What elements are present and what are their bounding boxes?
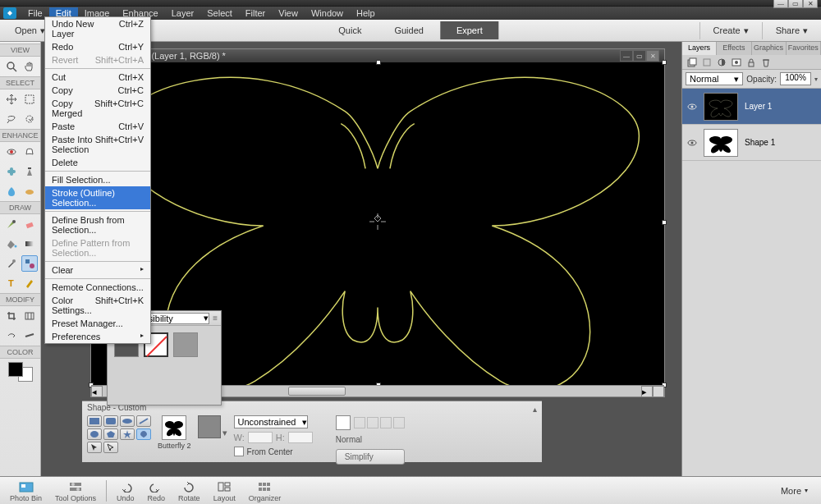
crop-tool[interactable] — [3, 308, 20, 324]
shape-ellipse-h[interactable] — [120, 415, 135, 427]
edit-menu-item[interactable]: Remote Connections... — [45, 281, 150, 294]
panel-menu-icon[interactable]: ≡ — [213, 314, 218, 323]
shape-star[interactable] — [120, 428, 135, 440]
photo-bin-button[interactable]: Photo Bin — [3, 479, 48, 502]
layer-row[interactable]: Layer 1 — [682, 89, 821, 125]
from-center-checkbox[interactable] — [234, 447, 244, 456]
combine-intersect[interactable] — [380, 417, 392, 428]
blur-tool[interactable] — [3, 183, 20, 199]
brush-tool[interactable] — [3, 216, 20, 232]
edit-menu-item[interactable]: Paste Into SelectionShift+Ctrl+V — [45, 133, 150, 156]
menu-filter[interactable]: Filter — [239, 7, 272, 19]
mode-expert[interactable]: Expert — [440, 21, 499, 39]
shape-select-tool[interactable] — [87, 442, 102, 453]
edit-menu-item[interactable]: CopyCtrl+C — [45, 84, 150, 97]
window-minimize[interactable]: — — [773, 0, 788, 8]
quick-select-tool[interactable] — [21, 111, 38, 127]
menu-window[interactable]: Window — [305, 7, 350, 19]
redo-button[interactable]: Redo — [141, 479, 172, 502]
combine-exclude[interactable] — [393, 417, 405, 428]
width-input[interactable] — [248, 432, 273, 443]
straighten-tool[interactable] — [21, 328, 38, 344]
mode-quick[interactable]: Quick — [322, 21, 378, 39]
more-button[interactable]: More▾ — [771, 486, 818, 496]
adjustment-layer-icon[interactable] — [715, 57, 728, 68]
content-move-tool[interactable] — [3, 328, 20, 344]
edit-menu-item[interactable]: PasteCtrl+V — [45, 120, 150, 133]
edit-menu-item[interactable]: Color Settings...Shift+Ctrl+K — [45, 294, 150, 317]
edit-menu-item[interactable]: Preferences▸ — [45, 330, 150, 343]
tool-options-button[interactable]: Tool Options — [48, 479, 103, 502]
share-button[interactable]: Share▾ — [762, 22, 821, 39]
shape-tool[interactable] — [21, 255, 38, 272]
layer-row[interactable]: Shape 1 — [682, 125, 821, 161]
scroll-thumb[interactable] — [288, 387, 346, 396]
scroll-resize[interactable] — [653, 386, 664, 397]
combine-subtract[interactable] — [367, 417, 378, 428]
edit-menu-item[interactable]: Preset Manager... — [45, 317, 150, 330]
edit-menu-item[interactable]: Delete — [45, 156, 150, 169]
constrain-select[interactable]: Unconstrained▾ — [234, 415, 308, 428]
undo-button[interactable]: Undo — [110, 479, 141, 502]
tab-layers[interactable]: Layers — [682, 42, 717, 55]
spot-heal-tool[interactable] — [3, 163, 20, 180]
zoom-tool[interactable] — [3, 58, 20, 75]
gradient-tool[interactable] — [21, 236, 38, 252]
new-layer-toggle[interactable] — [336, 415, 351, 430]
scroll-left-arrow[interactable]: ◂ — [91, 386, 103, 397]
shape-direct-select[interactable] — [103, 442, 118, 453]
visibility-toggle-icon[interactable] — [687, 138, 697, 148]
chevron-down-icon[interactable]: ▾ — [814, 76, 818, 83]
menu-help[interactable]: Help — [350, 7, 382, 19]
edit-menu-item[interactable]: Copy MergedShift+Ctrl+C — [45, 97, 150, 120]
height-input[interactable] — [288, 432, 313, 443]
opacity-input[interactable]: 100% — [780, 72, 811, 85]
picker-tool[interactable] — [3, 255, 20, 272]
layer-mask-icon[interactable] — [730, 57, 743, 68]
lasso-tool[interactable] — [3, 111, 20, 127]
marquee-tool[interactable] — [21, 91, 38, 108]
whiten-tool[interactable] — [21, 144, 38, 160]
doc-minimize[interactable]: — — [620, 50, 633, 62]
mode-guided[interactable]: Guided — [378, 21, 439, 39]
blend-mode-select[interactable]: Normal▾ — [686, 72, 743, 85]
type-tool[interactable]: T — [3, 275, 20, 291]
chevron-down-icon[interactable]: ▾ — [222, 428, 227, 438]
layer-thumbnail[interactable] — [704, 129, 738, 157]
edit-menu-item[interactable]: RedoCtrl+Y — [45, 40, 150, 53]
options-close-icon[interactable]: ▴ — [533, 405, 537, 414]
tab-favorites[interactable]: Favorites — [787, 42, 821, 55]
shape-color-picker[interactable] — [198, 415, 221, 438]
combine-add[interactable] — [354, 417, 365, 428]
scroll-right-arrow[interactable]: ▸ — [641, 386, 653, 397]
pencil-tool[interactable] — [21, 275, 38, 291]
organizer-button[interactable]: Organizer — [242, 479, 288, 502]
hand-tool[interactable] — [21, 58, 38, 75]
color-swatches[interactable] — [8, 362, 33, 382]
doc-close[interactable]: ✕ — [646, 50, 659, 62]
menu-layer[interactable]: Layer — [165, 7, 201, 19]
window-maximize[interactable]: ▭ — [788, 0, 803, 8]
edit-menu-item[interactable]: Define Brush from Selection... — [45, 213, 150, 236]
rotate-button[interactable]: Rotate — [172, 479, 207, 502]
transform-handle[interactable] — [376, 60, 381, 65]
shape-preview[interactable]: Butterfly 2 — [158, 415, 191, 450]
fill-tool[interactable] — [3, 236, 20, 252]
edit-menu-item[interactable]: Fill Selection... — [45, 173, 150, 186]
edit-menu-item[interactable]: CutCtrl+X — [45, 71, 150, 84]
new-layer-icon[interactable] — [686, 57, 699, 68]
edit-menu-item[interactable]: Undo New LayerCtrl+Z — [45, 17, 150, 40]
transform-handle[interactable] — [662, 60, 667, 65]
style-swatch[interactable] — [173, 332, 198, 357]
eraser-tool[interactable] — [21, 216, 38, 232]
redeye-tool[interactable] — [3, 144, 20, 160]
doc-maximize[interactable]: ▭ — [633, 50, 646, 62]
edit-menu-item[interactable]: Clear▸ — [45, 263, 150, 277]
layer-group-icon[interactable] — [700, 57, 713, 68]
shape-roundrect[interactable] — [103, 415, 118, 427]
layout-button[interactable]: Layout — [207, 479, 242, 502]
delete-layer-icon[interactable] — [759, 57, 773, 68]
move-tool[interactable] — [3, 91, 20, 108]
edit-menu-item[interactable]: Stroke (Outline) Selection... — [45, 186, 150, 209]
recompose-tool[interactable] — [21, 308, 38, 324]
